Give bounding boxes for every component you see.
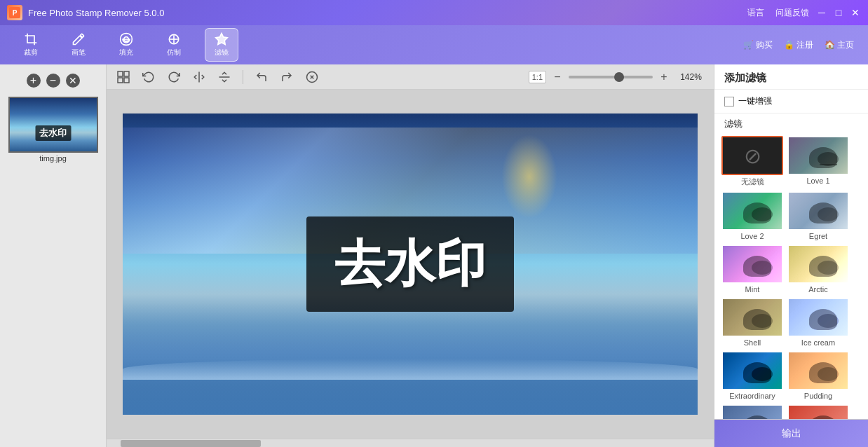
filter-icecream-item[interactable]: Ice cream <box>787 298 849 347</box>
one-click-label: 一键增强 <box>738 95 772 107</box>
filter-row-1: 无滤镜 Love 1 <box>721 136 861 187</box>
filter-love2-item[interactable]: Love 2 <box>721 191 783 240</box>
svg-rect-6 <box>118 71 123 76</box>
pen-tool-btn[interactable]: 画笔 <box>62 28 95 62</box>
lock-icon: 🔒 <box>784 40 794 50</box>
flip-v-btn[interactable] <box>215 67 234 87</box>
add-file-btn[interactable]: + <box>27 74 41 88</box>
filter-none-item[interactable]: 无滤镜 <box>721 136 783 187</box>
h-scroll-thumb[interactable] <box>121 440 261 447</box>
canvas-area: 1:1 − + 142% <box>107 64 714 447</box>
filter-extra2-item[interactable] <box>787 404 849 419</box>
output-btn[interactable]: 输出 <box>714 419 868 447</box>
flip-h-btn[interactable] <box>189 67 209 87</box>
separator-1 <box>243 70 243 84</box>
filter-mint-img <box>723 246 782 282</box>
title-bar: P Free Photo Stamp Remover 5.0.0 语言 问题反馈… <box>0 0 868 25</box>
main-area: + − ✕ 去水印 timg.jpg <box>0 64 868 447</box>
filter-extraordinary-thumb <box>721 351 783 390</box>
filter-love1-name: Love 1 <box>806 177 829 185</box>
filter-love1-item[interactable]: Love 1 <box>787 136 849 187</box>
filter-arctic-item[interactable]: Arctic <box>787 245 849 294</box>
app-title: Free Photo Stamp Remover 5.0.0 <box>28 8 747 18</box>
zoom-controls: 1:1 − + 142% <box>529 70 707 84</box>
svg-rect-8 <box>118 78 123 83</box>
grid-tool-btn[interactable] <box>114 67 133 87</box>
filter-extra1-item[interactable] <box>721 404 783 419</box>
rotate-ccw-btn[interactable] <box>139 67 158 87</box>
filter-extra1-img <box>723 406 782 419</box>
watermark-box: 去水印 <box>306 216 514 312</box>
filter-pudding-img <box>789 352 848 389</box>
filter-egret-item[interactable]: Egret <box>787 191 849 240</box>
rotate-cw-btn[interactable] <box>164 67 184 87</box>
filter-love2-img <box>723 193 782 229</box>
zoom-thumb[interactable] <box>614 72 624 82</box>
filter-love1-thumb <box>787 136 849 175</box>
filter-extraordinary-name: Extraordinary <box>729 392 775 400</box>
app-icon: P <box>7 5 22 20</box>
filter-shell-item[interactable]: Shell <box>721 298 783 347</box>
feedback-btn[interactable]: 问题反馈 <box>775 7 809 19</box>
zoom-value: 142% <box>675 72 707 82</box>
maximize-btn[interactable]: □ <box>833 7 844 18</box>
filter-tool-btn[interactable]: 滤镜 <box>205 28 238 62</box>
canvas-scrollbar-h[interactable] <box>107 439 714 447</box>
one-click-checkbox[interactable] <box>724 97 734 106</box>
language-btn[interactable]: 语言 <box>747 7 764 19</box>
cancel-btn[interactable] <box>302 67 322 87</box>
zoom-1to1-btn[interactable]: 1:1 <box>529 71 546 83</box>
filter-pudding-item[interactable]: Pudding <box>787 351 849 400</box>
file-controls: + − ✕ <box>8 70 99 91</box>
svg-point-21 <box>752 314 773 328</box>
filter-icecream-name: Ice cream <box>801 338 835 347</box>
redo-btn[interactable] <box>277 67 297 87</box>
zoom-slider[interactable] <box>569 76 653 78</box>
filter-row-2: Love 2 Egret <box>721 191 861 240</box>
svg-point-19 <box>752 261 773 275</box>
filter-shell-img <box>723 299 782 336</box>
svg-rect-7 <box>124 71 129 76</box>
svg-point-15 <box>818 152 839 166</box>
no-filter-icon <box>723 137 782 174</box>
image-container[interactable]: 去水印 <box>107 90 714 439</box>
buy-link[interactable]: 🛒 购买 <box>743 39 773 51</box>
title-right: 语言 问题反馈 <box>747 7 809 19</box>
filter-egret-thumb <box>787 191 849 231</box>
svg-point-20 <box>818 261 839 275</box>
minimize-btn[interactable]: ─ <box>816 7 827 18</box>
zoom-out-btn[interactable]: − <box>550 70 564 84</box>
register-link[interactable]: 🔒 注册 <box>784 39 813 51</box>
filter-extraordinary-item[interactable]: Extraordinary <box>721 351 783 400</box>
filter-love2-name: Love 2 <box>740 232 764 240</box>
close-btn[interactable]: ✕ <box>850 7 861 18</box>
filter-row-3: Mint Arctic <box>721 245 861 294</box>
filter-extraordinary-img <box>723 352 782 389</box>
svg-text:P: P <box>13 9 18 17</box>
svg-rect-9 <box>124 78 129 83</box>
filter-mint-name: Mint <box>745 285 760 294</box>
remove-file-btn[interactable]: − <box>46 74 60 88</box>
svg-point-22 <box>818 314 839 328</box>
clone-tool-btn[interactable]: 仿制 <box>157 28 191 62</box>
one-click-enhance[interactable]: 一键增强 <box>714 90 868 114</box>
clear-files-btn[interactable]: ✕ <box>66 74 80 88</box>
thumbnail-item[interactable]: 去水印 timg.jpg <box>8 97 99 163</box>
fill-tool-btn[interactable]: 填充 <box>109 28 143 62</box>
undo-btn[interactable] <box>252 67 271 87</box>
filter-shell-thumb <box>721 298 783 337</box>
right-panel-header: 添加滤镜 <box>714 64 868 90</box>
zoom-in-btn[interactable]: + <box>657 70 671 84</box>
home-link[interactable]: 🏠 主页 <box>825 39 854 51</box>
crop-tool-btn[interactable]: 裁剪 <box>14 28 48 62</box>
right-panel: 添加滤镜 一键增强 滤镜 无滤镜 <box>714 64 868 447</box>
main-toolbar: 裁剪 画笔 填充 仿制 滤镜 🛒 购买 🔒 <box>0 25 868 64</box>
filter-extra2-thumb <box>787 404 849 419</box>
filter-egret-name: Egret <box>809 232 827 240</box>
svg-point-17 <box>752 207 773 221</box>
filter-mint-item[interactable]: Mint <box>721 245 783 294</box>
filter-icecream-thumb <box>787 298 849 337</box>
filter-arctic-img <box>789 246 848 282</box>
filter-row-5: Extraordinary Pudding <box>721 351 861 400</box>
watermark-text: 去水印 <box>334 231 486 298</box>
